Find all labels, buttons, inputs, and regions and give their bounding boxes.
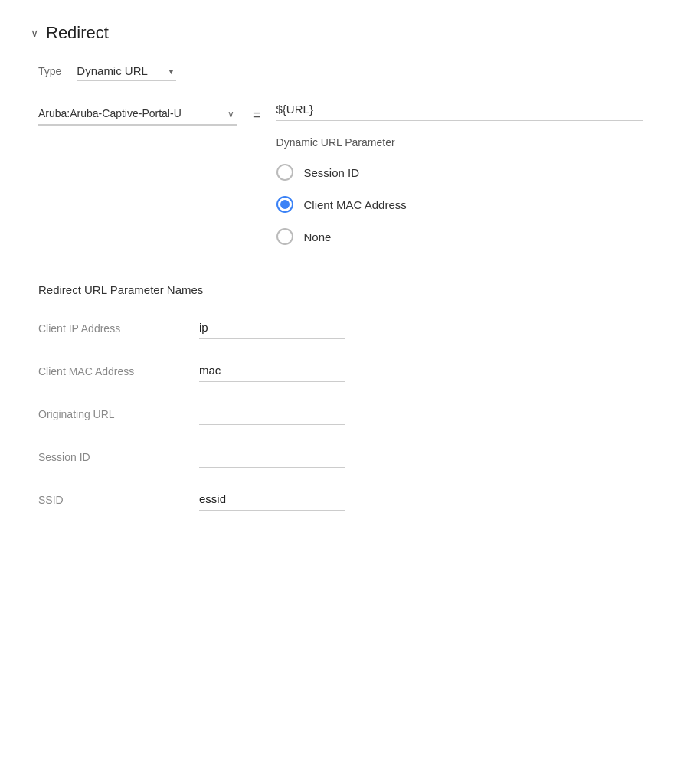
attribute-select[interactable]: Aruba:Aruba-Captive-Portal-U: [38, 103, 237, 126]
radio-circle-client-mac[interactable]: [276, 196, 293, 213]
param-input-client-ip[interactable]: [199, 318, 345, 339]
radio-session-id[interactable]: Session ID: [276, 164, 643, 181]
radio-label-none: None: [304, 230, 332, 243]
param-field-row-ssid: SSID: [38, 489, 643, 511]
radio-circle-session-id[interactable]: [276, 164, 293, 181]
param-input-ssid[interactable]: [199, 489, 345, 511]
url-param-names-section: Redirect URL Parameter Names Client IP A…: [38, 283, 643, 511]
radio-group: Session ID Client MAC Address None: [276, 164, 643, 245]
chevron-icon[interactable]: ∨: [31, 27, 38, 39]
param-label-originating-url: Originating URL: [38, 408, 176, 425]
page-title: Redirect: [46, 23, 109, 43]
param-input-client-mac[interactable]: [199, 361, 345, 382]
type-row: Type Dynamic URL Static URL ▼: [38, 61, 643, 81]
type-select[interactable]: Dynamic URL Static URL: [77, 61, 176, 81]
param-input-session-id[interactable]: [199, 446, 345, 468]
param-input-originating-url[interactable]: [199, 403, 345, 425]
param-field-row-client-mac: Client MAC Address: [38, 361, 643, 382]
radio-label-client-mac: Client MAC Address: [304, 198, 407, 211]
left-dropdown-wrapper: Aruba:Aruba-Captive-Portal-U ∨: [38, 103, 237, 126]
param-label-session-id: Session ID: [38, 451, 176, 468]
equals-sign: =: [253, 107, 261, 123]
dynamic-url-param-label: Dynamic URL Parameter: [276, 136, 643, 149]
url-param-names-title: Redirect URL Parameter Names: [38, 283, 643, 296]
type-select-wrapper: Dynamic URL Static URL ▼: [77, 61, 176, 81]
right-section: ${URL} Dynamic URL Parameter Session ID …: [276, 103, 643, 245]
param-label-client-ip: Client IP Address: [38, 322, 176, 339]
type-label: Type: [38, 65, 61, 77]
radio-label-session-id: Session ID: [304, 166, 360, 179]
url-value: ${URL}: [276, 103, 643, 121]
radio-circle-none[interactable]: [276, 228, 293, 245]
radio-none[interactable]: None: [276, 228, 643, 245]
param-field-row-client-ip: Client IP Address: [38, 318, 643, 339]
param-label-client-mac: Client MAC Address: [38, 365, 176, 382]
radio-client-mac[interactable]: Client MAC Address: [276, 196, 643, 213]
section-header: ∨ Redirect: [31, 23, 643, 43]
param-field-row-session-id: Session ID: [38, 446, 643, 468]
mapping-row: Aruba:Aruba-Captive-Portal-U ∨ = ${URL} …: [38, 103, 643, 245]
param-field-row-originating-url: Originating URL: [38, 403, 643, 425]
param-label-ssid: SSID: [38, 494, 176, 511]
